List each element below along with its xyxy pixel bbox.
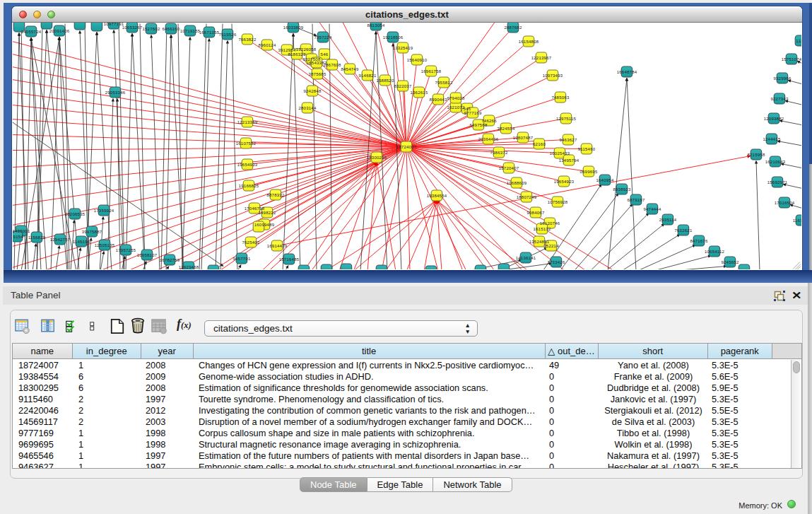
svg-text:1156829: 1156829 <box>28 235 46 239</box>
svg-text:8960124: 8960124 <box>258 42 276 47</box>
svg-text:8990443: 8990443 <box>429 97 447 101</box>
svg-text:39154: 39154 <box>13 234 23 238</box>
svg-text:9329966: 9329966 <box>773 76 792 80</box>
svg-text:17359924: 17359924 <box>94 208 114 212</box>
svg-text:14055724: 14055724 <box>21 29 42 33</box>
svg-text:7386372: 7386372 <box>490 150 508 154</box>
svg-text:10719155: 10719155 <box>180 28 201 33</box>
svg-text:546: 546 <box>321 52 329 56</box>
svg-text:6879197: 6879197 <box>627 197 645 201</box>
svg-text:12213369: 12213369 <box>237 119 258 124</box>
svg-text:1498222: 1498222 <box>258 210 276 214</box>
svg-text:1362615: 1362615 <box>410 90 428 94</box>
svg-text:3824554: 3824554 <box>497 126 515 130</box>
svg-text:15751074: 15751074 <box>782 57 801 61</box>
svg-text:0699695: 0699695 <box>579 169 598 173</box>
svg-text:15720407: 15720407 <box>499 165 519 170</box>
svg-text:1615132: 1615132 <box>533 226 551 230</box>
svg-text:7663822: 7663822 <box>238 37 257 41</box>
svg-text:12213967: 12213967 <box>531 55 552 59</box>
svg-text:19166825: 19166825 <box>239 183 259 187</box>
svg-text:20206535: 20206535 <box>65 211 86 216</box>
svg-text:13495794: 13495794 <box>559 158 579 162</box>
svg-text:7955812: 7955812 <box>435 80 453 84</box>
svg-text:10025433: 10025433 <box>550 151 570 155</box>
svg-text:13325419: 13325419 <box>393 45 413 49</box>
svg-text:7625402: 7625402 <box>242 240 260 244</box>
svg-text:9245652: 9245652 <box>721 259 739 264</box>
svg-text:16033809: 16033809 <box>283 25 304 29</box>
svg-text:12505135: 12505135 <box>95 243 115 247</box>
svg-text:9463627: 9463627 <box>559 137 577 141</box>
svg-text:16210643: 16210643 <box>765 159 786 163</box>
svg-text:1621072: 1621072 <box>447 105 465 109</box>
svg-text:3875685: 3875685 <box>308 71 326 76</box>
svg-text:2935114: 2935114 <box>659 217 677 221</box>
svg-text:9474444: 9474444 <box>643 206 661 211</box>
svg-text:8186323: 8186323 <box>288 52 306 56</box>
svg-text:2887682: 2887682 <box>504 25 522 29</box>
svg-text:10958107: 10958107 <box>137 252 158 257</box>
svg-text:14136141: 14136141 <box>516 255 536 259</box>
svg-text:17016504: 17016504 <box>775 200 795 204</box>
svg-text:10973493: 10973493 <box>543 73 563 77</box>
svg-text:12093882: 12093882 <box>764 116 784 120</box>
svg-text:2803144: 2803144 <box>298 105 317 110</box>
svg-text:16154808: 16154808 <box>519 39 539 43</box>
svg-text:6466160: 6466160 <box>162 26 180 30</box>
svg-text:16543382: 16543382 <box>307 60 327 64</box>
svg-text:8878332: 8878332 <box>266 192 285 197</box>
svg-text:10688609: 10688609 <box>507 180 527 185</box>
svg-text:18807249: 18807249 <box>517 194 537 199</box>
svg-text:1145194: 1145194 <box>73 239 90 243</box>
svg-text:1640954: 1640954 <box>596 177 614 182</box>
svg-text:18300295: 18300295 <box>367 155 387 159</box>
svg-text:10807487: 10807487 <box>513 135 534 139</box>
svg-text:6497568: 6497568 <box>469 122 488 127</box>
svg-text:8938923: 8938923 <box>613 187 631 191</box>
svg-text:1588520: 1588520 <box>376 78 394 82</box>
svg-text:8813054: 8813054 <box>367 23 385 27</box>
svg-text:7485063: 7485063 <box>551 95 570 99</box>
svg-text:8215958: 8215958 <box>747 152 765 156</box>
svg-text:16107552: 16107552 <box>236 141 257 145</box>
svg-text:6794028: 6794028 <box>447 95 465 100</box>
svg-text:13226058: 13226058 <box>296 47 317 51</box>
svg-text:9242848: 9242848 <box>303 88 322 93</box>
svg-text:9777169: 9777169 <box>464 110 482 115</box>
svg-text:29053346: 29053346 <box>105 90 126 94</box>
svg-text:7357224: 7357224 <box>314 35 332 39</box>
svg-text:9227343: 9227343 <box>770 96 789 100</box>
svg-text:10654112: 10654112 <box>705 249 725 253</box>
svg-text:9146821: 9146821 <box>358 73 377 77</box>
svg-text:1112: 1112 <box>796 38 801 42</box>
svg-text:17957255: 17957255 <box>116 247 136 252</box>
svg-text:39975887: 39975887 <box>82 229 102 233</box>
svg-text:19654933: 19654933 <box>237 162 258 166</box>
svg-text:1527602: 1527602 <box>142 26 160 30</box>
svg-text:18724007: 18724007 <box>396 144 417 148</box>
svg-text:12923468: 12923468 <box>179 264 199 269</box>
svg-text:10653267: 10653267 <box>122 25 143 29</box>
svg-text:9084067: 9084067 <box>526 210 545 214</box>
svg-text:7632621: 7632621 <box>674 228 693 232</box>
svg-text:12942757: 12942757 <box>50 237 71 241</box>
svg-text:252214: 252214 <box>543 243 559 247</box>
svg-text:1167531: 1167531 <box>793 218 801 222</box>
svg-text:20364436: 20364436 <box>478 136 499 141</box>
svg-text:1435001: 1435001 <box>13 228 30 233</box>
svg-text:8454749: 8454749 <box>341 66 359 71</box>
svg-text:16099489: 16099489 <box>254 222 275 226</box>
svg-text:19218506: 19218506 <box>383 35 404 39</box>
svg-text:16914479: 16914479 <box>267 243 288 247</box>
svg-text:16961758: 16961758 <box>421 69 442 73</box>
svg-text:16648784: 16648784 <box>617 69 637 74</box>
svg-text:19384554: 19384554 <box>427 193 447 197</box>
svg-text:10977191: 10977191 <box>104 23 124 26</box>
svg-text:19654923: 19654923 <box>554 179 575 183</box>
svg-text:10756928: 10756928 <box>548 199 568 204</box>
svg-text:7515526: 7515526 <box>218 32 237 36</box>
svg-text:8471676: 8471676 <box>690 238 708 243</box>
svg-text:15692971: 15692971 <box>767 180 788 184</box>
svg-text:1244415: 1244415 <box>763 136 781 141</box>
